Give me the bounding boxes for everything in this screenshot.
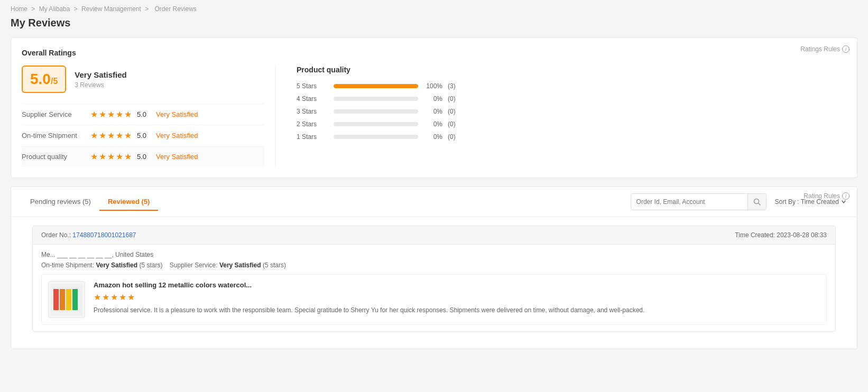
left-panel: 5.0/5 Very Satisfied 3 Reviews Supplier … xyxy=(22,66,275,167)
rating-row-shipment: On-time Shipment ★ ★ ★ ★ ★ 5.0 Very Sati… xyxy=(22,125,264,146)
overall-ratings-card: Ratings Rules i Overall Ratings 5.0/5 Ve… xyxy=(11,38,857,178)
bar-row-3: 3 Stars 0% (0) xyxy=(297,108,846,115)
info-icon: i xyxy=(842,45,849,53)
score-reviews: 3 Reviews xyxy=(75,81,126,89)
overall-ratings-body: 5.0/5 Very Satisfied 3 Reviews Supplier … xyxy=(22,66,846,167)
score-number: 5.0/5 xyxy=(22,66,66,93)
svg-rect-3 xyxy=(53,289,59,310)
page-title: My Reviews xyxy=(11,17,857,29)
order-time: Time Created: 2023-08-28 08:33 xyxy=(735,231,827,239)
bar-row-1: 1 Stars 0% (0) xyxy=(297,133,846,141)
product-quality-title: Product quality xyxy=(297,66,846,74)
product-name: Amazon hot selling 12 metallic colors wa… xyxy=(94,281,820,289)
order-no-link[interactable]: 174880718001021687 xyxy=(72,231,136,239)
order-card: Order No.: 174880718001021687 Time Creat… xyxy=(32,226,836,332)
bar-row-5: 5 Stars 100% (3) xyxy=(297,82,846,90)
bar-track-5 xyxy=(334,84,418,88)
order-header: Order No.: 174880718001021687 Time Creat… xyxy=(33,226,835,245)
order-ratings: On-time Shipment: Very Satisfied (5 star… xyxy=(41,262,827,269)
score-box: 5.0/5 Very Satisfied 3 Reviews xyxy=(22,66,264,93)
tabs-header: Pending reviews (5) Reviewed (5) Sort By… xyxy=(11,187,857,217)
breadcrumb-home[interactable]: Home xyxy=(11,5,27,13)
review-text: Professional service. It is a pleasure t… xyxy=(94,305,820,315)
bar-track-4 xyxy=(334,97,418,101)
search-input[interactable] xyxy=(631,198,747,206)
bar-fill-5 xyxy=(334,84,418,88)
stars-supplier: ★ ★ ★ ★ ★ xyxy=(90,109,132,119)
stars-shipment: ★ ★ ★ ★ ★ xyxy=(90,130,132,141)
stars-quality: ★ ★ ★ ★ ★ xyxy=(90,152,132,162)
product-info: Amazon hot selling 12 metallic colors wa… xyxy=(94,281,820,318)
product-review: Amazon hot selling 12 metallic colors wa… xyxy=(41,274,827,325)
product-thumb xyxy=(48,281,85,318)
tab-reviewed[interactable]: Reviewed (5) xyxy=(99,193,158,211)
order-body: Me... ___ __ __ __ __ __, United States … xyxy=(33,245,835,331)
score-info: Very Satisfied 3 Reviews xyxy=(75,70,126,89)
search-icon xyxy=(753,198,761,206)
tab-pending[interactable]: Pending reviews (5) xyxy=(22,193,99,211)
tabs-card: Rating Rules i Pending reviews (5) Revie… xyxy=(11,186,857,349)
review-stars: ★ ★ ★ ★ ★ xyxy=(94,292,820,302)
info-icon-2: i xyxy=(842,192,849,200)
right-panel: Product quality 5 Stars 100% (3) 4 Stars xyxy=(275,66,846,167)
breadcrumb: Home > My Alibaba > Review Management > … xyxy=(11,5,857,13)
search-box xyxy=(631,193,767,210)
svg-rect-4 xyxy=(60,289,65,310)
order-no: Order No.: 174880718001021687 xyxy=(41,231,136,239)
breadcrumb-current: Order Reviews xyxy=(155,5,197,13)
bar-row-2: 2 Stars 0% (0) xyxy=(297,120,846,128)
chevron-down-icon xyxy=(841,199,846,204)
order-meta: Me... ___ __ __ __ __ __, United States xyxy=(41,251,827,258)
svg-rect-5 xyxy=(66,289,71,310)
rating-row-quality: Product quality ★ ★ ★ ★ ★ 5.0 Very Satis… xyxy=(22,146,264,167)
rating-rules-link-2[interactable]: Rating Rules i xyxy=(804,192,849,200)
breadcrumb-myalibaba[interactable]: My Alibaba xyxy=(39,5,70,13)
svg-rect-6 xyxy=(72,289,78,310)
bar-track-1 xyxy=(334,135,418,139)
bar-track-3 xyxy=(334,109,418,114)
breadcrumb-review-mgmt[interactable]: Review Management xyxy=(81,5,141,13)
bar-row-4: 4 Stars 0% (0) xyxy=(297,95,846,102)
orders-list: Order No.: 174880718001021687 Time Creat… xyxy=(11,217,857,349)
product-image xyxy=(51,284,82,315)
rating-row-supplier: Supplier Service ★ ★ ★ ★ ★ 5.0 Very Sati… xyxy=(22,104,264,125)
bar-track-2 xyxy=(334,122,418,126)
search-button[interactable] xyxy=(747,194,766,210)
svg-line-1 xyxy=(758,203,760,206)
ratings-rules-link[interactable]: Ratings Rules i xyxy=(800,45,849,53)
score-verdict: Very Satisfied xyxy=(75,70,126,79)
overall-ratings-title: Overall Ratings xyxy=(22,49,846,57)
